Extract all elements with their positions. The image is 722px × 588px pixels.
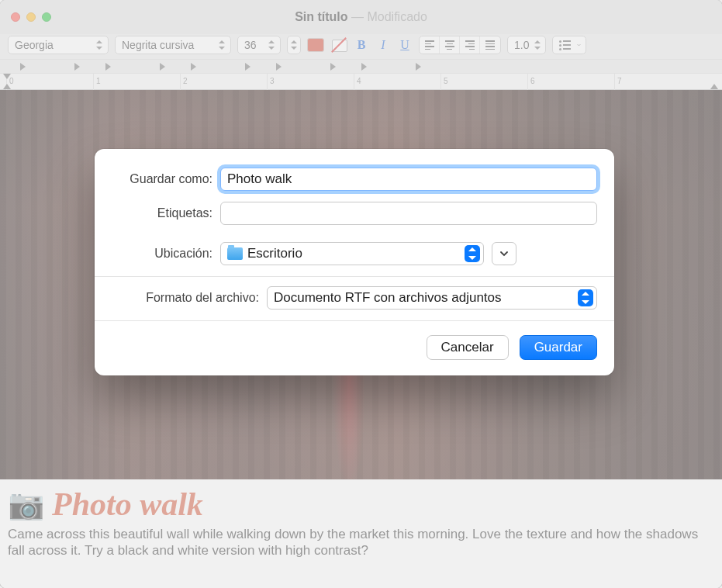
file-format-value: Documento RTF con archivos adjuntos: [274, 290, 502, 306]
align-left-button[interactable]: [420, 36, 440, 54]
no-highlight-icon[interactable]: [330, 36, 347, 54]
tab-stop-icon[interactable]: [105, 63, 111, 71]
font-family-value: Georgia: [15, 39, 54, 51]
alignment-segmented: [419, 36, 501, 54]
save-dialog: Guardar como: Etiquetas: Ubicación: Escr…: [95, 149, 614, 375]
bold-button[interactable]: B: [354, 36, 369, 54]
right-indent-marker[interactable]: [710, 84, 718, 89]
tab-stop-icon[interactable]: [330, 63, 336, 71]
updown-icon: [465, 245, 480, 262]
ruler-tick: 7: [614, 74, 622, 91]
location-value: Escritorio: [247, 246, 302, 261]
title-sep: —: [348, 10, 368, 23]
tab-stop-icon[interactable]: [416, 63, 421, 71]
align-right-button[interactable]: [460, 36, 480, 54]
align-center-button[interactable]: [440, 36, 460, 54]
ruler-tick: 6: [527, 74, 535, 91]
updown-icon: [578, 289, 593, 306]
minimize-window-button[interactable]: [26, 12, 36, 22]
document-body: 📷 Photo walk Came across this beautiful …: [0, 479, 722, 567]
zoom-window-button[interactable]: [42, 12, 51, 22]
tags-label: Etiquetas:: [112, 206, 212, 220]
save-as-label: Guardar como:: [112, 172, 212, 186]
document-paragraph: Came across this beautiful wall while wa…: [8, 526, 714, 559]
titlebar: Sin título — Modificado: [0, 0, 722, 34]
line-spacing-select[interactable]: 1.0: [507, 36, 546, 54]
save-button[interactable]: Guardar: [520, 335, 597, 360]
font-size-value: 36: [244, 39, 257, 51]
window-title-modified: Modificado: [367, 10, 427, 23]
tab-stop-icon[interactable]: [245, 63, 250, 71]
ruler-tick: 3: [267, 74, 275, 91]
first-line-indent-marker[interactable]: [3, 74, 11, 79]
left-indent-marker[interactable]: [3, 84, 11, 89]
format-toolbar: Georgia Negrita cursiva 36 B I U: [0, 34, 722, 59]
folder-icon: [227, 247, 243, 260]
chevron-down-icon: [577, 43, 581, 47]
ruler-tick: 1: [93, 74, 101, 91]
tab-stop-icon[interactable]: [160, 63, 165, 71]
text-color-swatch[interactable]: [307, 38, 324, 52]
location-label: Ubicación:: [112, 247, 212, 261]
file-format-select[interactable]: Documento RTF con archivos adjuntos: [267, 286, 597, 310]
save-as-input[interactable]: [220, 168, 597, 191]
font-family-select[interactable]: Georgia: [8, 36, 109, 54]
app-window: Sin título — Modificado Georgia Negrita …: [0, 0, 722, 588]
expand-save-panel-button[interactable]: [492, 242, 516, 265]
file-format-label: Formato del archivo:: [112, 291, 259, 305]
font-size-stepper[interactable]: [287, 36, 301, 54]
document-heading: Photo walk: [52, 486, 203, 523]
list-icon: [559, 40, 571, 50]
divider: [95, 320, 614, 321]
align-justify-button[interactable]: [480, 36, 500, 54]
ruler-tick: 4: [354, 74, 361, 91]
tab-stop-icon[interactable]: [191, 63, 196, 71]
window-title: Sin título — Modificado: [9, 10, 713, 24]
tags-input[interactable]: [220, 202, 597, 225]
ruler-tick: 2: [180, 74, 188, 91]
line-spacing-value: 1.0: [514, 39, 529, 51]
camera-icon: 📷: [8, 487, 44, 521]
chevron-down-icon: [499, 248, 510, 259]
window-title-name: Sin título: [295, 10, 347, 23]
tab-stop-icon[interactable]: [361, 63, 367, 71]
tab-stop-icon[interactable]: [276, 63, 282, 71]
font-style-value: Negrita cursiva: [122, 39, 194, 51]
divider: [95, 276, 614, 277]
close-window-button[interactable]: [11, 12, 20, 22]
tab-stop-icon[interactable]: [74, 63, 80, 71]
tab-stop-bar[interactable]: [0, 59, 722, 73]
window-controls: [11, 12, 51, 22]
list-style-select[interactable]: [552, 36, 586, 54]
tab-stop-icon[interactable]: [20, 63, 26, 71]
underline-button[interactable]: U: [397, 36, 413, 54]
location-select[interactable]: Escritorio: [220, 242, 484, 265]
cancel-button[interactable]: Cancelar: [427, 335, 509, 360]
italic-button[interactable]: I: [375, 36, 391, 54]
ruler[interactable]: 0 1 2 3 4 5 6 7: [0, 73, 722, 90]
ruler-tick: 5: [440, 74, 448, 91]
font-size-select[interactable]: 36: [237, 36, 281, 54]
font-style-select[interactable]: Negrita cursiva: [115, 36, 231, 54]
